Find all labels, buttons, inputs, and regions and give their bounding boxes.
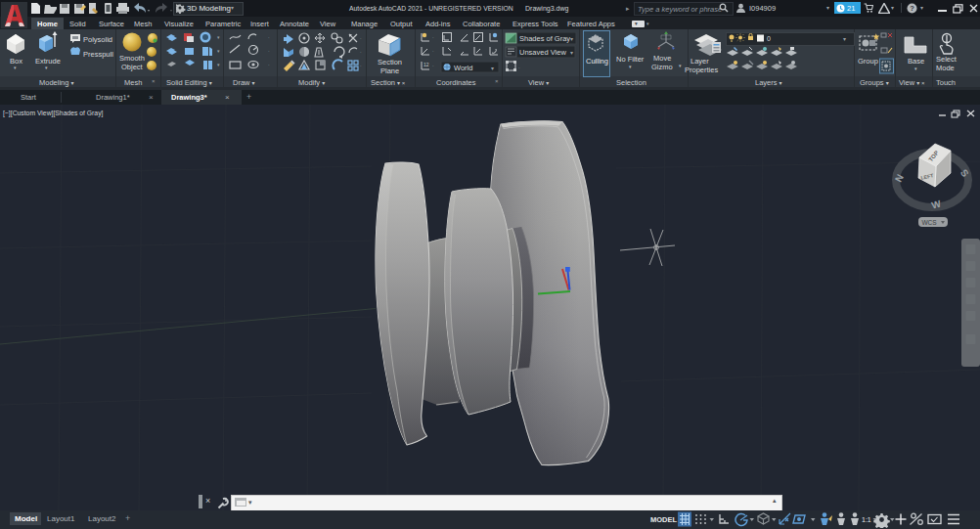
svg-text:▾: ▾ bbox=[217, 34, 220, 40]
svg-text:0: 0 bbox=[767, 35, 771, 42]
svg-text:·: · bbox=[268, 34, 270, 40]
svg-text:12: 12 bbox=[423, 62, 429, 67]
svg-text:·: · bbox=[432, 34, 434, 40]
svg-text:?: ? bbox=[910, 4, 914, 13]
svg-text:·: · bbox=[432, 63, 434, 68]
svg-text:▾: ▾ bbox=[570, 36, 573, 42]
svg-text:·: · bbox=[360, 35, 362, 41]
svg-text:·: · bbox=[268, 62, 270, 67]
svg-text:·: · bbox=[360, 63, 362, 68]
svg-text:Unsaved View: Unsaved View bbox=[519, 48, 566, 57]
svg-text:·: · bbox=[360, 49, 362, 55]
svg-text:World: World bbox=[454, 64, 472, 72]
svg-text:·: · bbox=[518, 65, 520, 70]
svg-text:▾: ▾ bbox=[217, 62, 220, 67]
svg-text:Shades of Gray: Shades of Gray bbox=[519, 34, 570, 43]
svg-text:·: · bbox=[432, 48, 434, 54]
svg-text:▾: ▾ bbox=[570, 50, 573, 56]
svg-text:▾: ▾ bbox=[491, 66, 494, 71]
svg-text:▾: ▾ bbox=[217, 48, 220, 54]
svg-text:1:1: 1:1 bbox=[862, 516, 871, 523]
svg-text:·: · bbox=[268, 48, 270, 54]
svg-text:WCS: WCS bbox=[921, 219, 937, 226]
